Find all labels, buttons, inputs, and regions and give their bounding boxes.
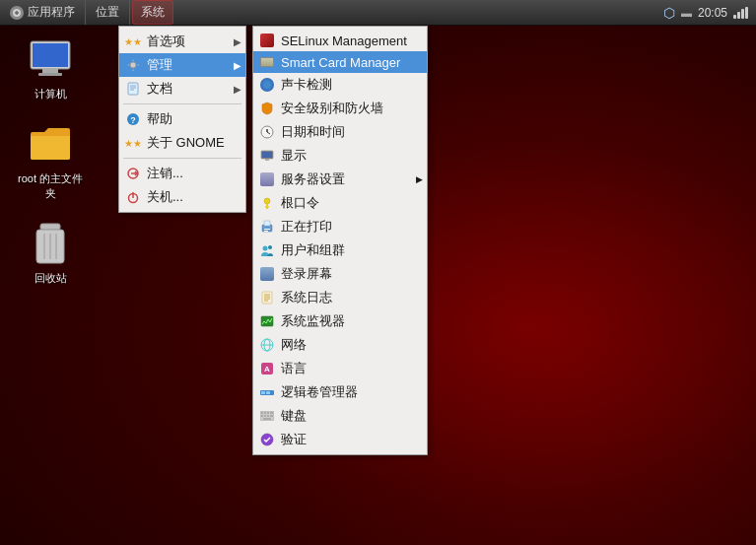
verify-icon: [259, 432, 275, 447]
manage-submenu-arrow: ▶: [234, 60, 241, 71]
docs-icon: [125, 81, 141, 97]
docs-submenu-arrow: ▶: [234, 84, 241, 95]
menu-item-shutdown[interactable]: 关机...: [119, 185, 245, 209]
menu-item-system-log[interactable]: 系统日志: [253, 286, 427, 309]
printing-icon: [259, 219, 275, 235]
power-svg: [126, 190, 140, 204]
login-screen-icon: [259, 266, 275, 282]
svg-rect-33: [264, 231, 268, 232]
menu-item-keyboard[interactable]: 键盘: [253, 404, 427, 428]
menu-item-preferences[interactable]: ★★ 首选项 ▶: [119, 30, 245, 53]
users-groups-label: 用户和组群: [281, 241, 345, 259]
menu-item-verify[interactable]: 验证: [253, 428, 427, 451]
server-settings-label: 服务器设置: [281, 170, 345, 188]
svg-rect-25: [262, 152, 272, 158]
display-icon: [259, 148, 275, 164]
svg-point-27: [264, 198, 270, 204]
svg-rect-56: [264, 415, 266, 417]
menu-item-sound-detect[interactable]: 声卡检测: [253, 73, 427, 97]
separator-1: [123, 103, 241, 104]
network-icon: [259, 337, 275, 353]
verify-label: 验证: [281, 431, 307, 448]
datetime-icon: [259, 124, 275, 140]
manage-icon: [125, 57, 141, 73]
about-gnome-label: 关于 GNOME: [147, 134, 225, 152]
menu-item-datetime[interactable]: 日期和时间: [253, 120, 427, 144]
svg-rect-11: [128, 83, 138, 95]
smartcard-icon: [259, 54, 275, 70]
svg-rect-57: [267, 415, 269, 417]
sound-detect-label: 声卡检测: [281, 76, 332, 94]
manage-submenu: SELinux Management Smart Card Manager 声卡…: [252, 26, 428, 455]
login-screen-label: 登录屏幕: [281, 265, 332, 283]
shutdown-icon: [125, 189, 141, 205]
menu-item-root-password[interactable]: 根口令: [253, 191, 427, 215]
help-icon: ?: [125, 111, 141, 127]
desktop: 应用程序 位置 系统 ⬡ ▬ 20:05: [0, 0, 756, 545]
network-svg: [260, 338, 274, 352]
keyboard-svg: [260, 411, 274, 421]
svg-rect-54: [270, 412, 273, 414]
users-svg: [260, 243, 274, 257]
clock-svg: [260, 125, 274, 139]
menu-overlay: ★★ 首选项 ▶ 管理 ▶: [0, 0, 756, 545]
svg-rect-29: [265, 206, 269, 208]
sound-detect-icon: [259, 77, 275, 93]
monitor-svg: [260, 314, 274, 328]
svg-rect-51: [261, 412, 263, 414]
menu-item-server-settings[interactable]: 服务器设置: [253, 168, 427, 191]
svg-rect-52: [264, 412, 266, 414]
menu-item-smartcard[interactable]: Smart Card Manager: [253, 51, 427, 73]
printing-label: 正在打印: [281, 218, 332, 236]
menu-item-security-firewall[interactable]: 安全级别和防火墙: [253, 97, 427, 120]
menu-item-about-gnome[interactable]: ★★ 关于 GNOME: [119, 131, 245, 155]
menu-item-users-groups[interactable]: 用户和组群: [253, 238, 427, 262]
root-svg: [260, 196, 274, 210]
display-svg: [260, 150, 274, 162]
menu-item-login-screen[interactable]: 登录屏幕: [253, 262, 427, 286]
lvm-svg: [260, 389, 274, 396]
log-svg: [260, 291, 274, 305]
datetime-label: 日期和时间: [281, 123, 345, 141]
menu-item-logout[interactable]: 注销...: [119, 162, 245, 185]
system-menu: ★★ 首选项 ▶ 管理 ▶: [118, 26, 246, 213]
menu-item-language[interactable]: A 语言: [253, 357, 427, 380]
about-gnome-icon: ★★: [125, 135, 141, 151]
logout-svg: [126, 167, 140, 180]
preferences-label: 首选项: [147, 33, 185, 50]
smartcard-label: Smart Card Manager: [281, 55, 400, 70]
svg-text:A: A: [264, 365, 270, 374]
users-groups-icon: [259, 242, 275, 258]
language-icon: A: [259, 361, 275, 376]
security-firewall-label: 安全级别和防火墙: [281, 100, 383, 117]
menu-item-lvm[interactable]: 逻辑卷管理器: [253, 380, 427, 404]
menu-item-selinux[interactable]: SELinux Management: [253, 30, 427, 51]
keyboard-label: 键盘: [281, 407, 307, 425]
gear-svg: [126, 58, 140, 72]
verify-svg: [260, 433, 274, 446]
menu-item-system-monitor[interactable]: 系统监视器: [253, 309, 427, 333]
keyboard-icon: [259, 408, 275, 424]
svg-text:?: ?: [130, 115, 136, 125]
lvm-icon: [259, 384, 275, 400]
svg-rect-53: [267, 412, 269, 414]
server-settings-icon: [259, 171, 275, 187]
svg-rect-48: [261, 391, 265, 394]
menu-item-docs[interactable]: 文档 ▶: [119, 77, 245, 101]
logout-icon: [125, 166, 141, 181]
separator-2: [123, 158, 241, 159]
menu-item-printing[interactable]: 正在打印: [253, 215, 427, 238]
selinux-label: SELinux Management: [281, 34, 407, 48]
svg-rect-55: [261, 415, 263, 417]
preferences-icon: ★★: [125, 34, 141, 49]
security-firewall-icon: [259, 101, 275, 116]
menu-item-network[interactable]: 网络: [253, 333, 427, 357]
lvm-label: 逻辑卷管理器: [281, 383, 358, 401]
menu-item-display[interactable]: 显示: [253, 144, 427, 168]
menu-item-help[interactable]: ? 帮助: [119, 107, 245, 131]
svg-rect-58: [270, 415, 273, 417]
menu-item-manage[interactable]: 管理 ▶: [119, 53, 245, 77]
lang-svg: A: [260, 362, 274, 375]
docs-label: 文档: [147, 80, 172, 98]
system-log-icon: [259, 290, 275, 306]
